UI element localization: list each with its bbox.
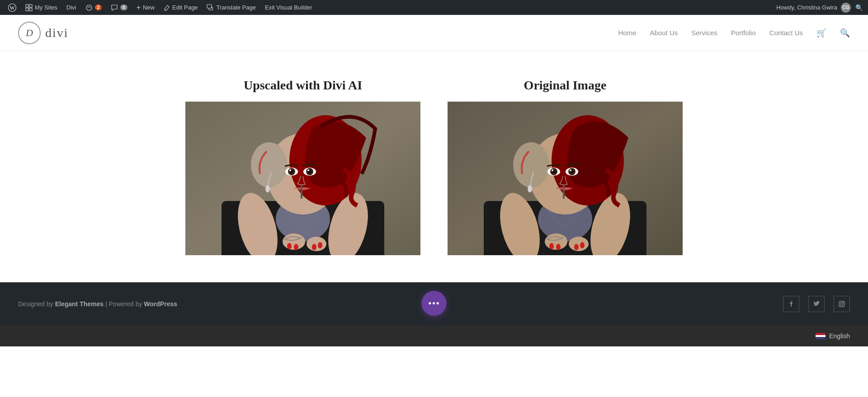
new-item[interactable]: + New: [133, 0, 158, 15]
original-column: Original Image: [448, 78, 683, 255]
updates-item[interactable]: 2: [82, 0, 106, 15]
language-bar: English: [0, 326, 868, 346]
svg-point-65: [843, 302, 844, 303]
upscaled-image-svg: [185, 102, 420, 255]
svg-point-35: [265, 185, 270, 192]
images-section: Upscaled with Divi AI: [45, 78, 823, 255]
svg-text:W: W: [10, 5, 15, 10]
svg-point-56: [552, 169, 553, 171]
upscaled-column: Upscaled with Divi AI: [185, 78, 420, 255]
instagram-icon[interactable]: [834, 296, 850, 312]
logo-letter: D: [26, 27, 33, 39]
svg-rect-2: [26, 5, 28, 7]
search-icon[interactable]: 🔍: [840, 28, 850, 38]
nav-contact[interactable]: Contact Us: [769, 29, 803, 37]
cart-icon[interactable]: 🛒: [816, 28, 826, 38]
svg-point-29: [289, 169, 291, 171]
nav-about[interactable]: About Us: [650, 29, 678, 37]
original-title: Original Image: [524, 78, 607, 93]
svg-point-47: [574, 244, 579, 250]
updates-badge: 2: [95, 5, 102, 10]
svg-point-48: [580, 242, 585, 248]
translate-page-label: Translate Page: [216, 4, 256, 11]
nav-services[interactable]: Services: [691, 29, 717, 37]
exit-builder-item[interactable]: Exit Visual Builder: [261, 0, 316, 15]
elegant-themes[interactable]: Elegant Themes: [55, 300, 104, 308]
translate-icon: [207, 4, 214, 11]
nav-home[interactable]: Home: [618, 29, 637, 37]
upscaled-title: Upscaled with Divi AI: [244, 78, 362, 93]
edit-icon: [164, 5, 170, 11]
edit-page-label: Edit Page: [172, 4, 198, 11]
comments-item[interactable]: 0: [107, 0, 131, 15]
wordpress-icon: W: [8, 4, 16, 12]
sites-icon: [25, 4, 33, 11]
svg-rect-61: [563, 185, 565, 199]
original-image: [448, 102, 683, 255]
svg-point-19: [294, 244, 298, 250]
svg-point-64: [840, 303, 843, 305]
svg-point-6: [86, 5, 92, 10]
us-flag-icon: [816, 333, 826, 339]
designed-by: Designed by: [18, 300, 53, 308]
updates-icon: [85, 4, 93, 11]
svg-point-20: [312, 244, 316, 250]
wordpress-link[interactable]: WordPress: [144, 300, 177, 308]
facebook-icon[interactable]: [783, 296, 799, 312]
svg-rect-3: [29, 5, 32, 7]
site-header: D divi Home About Us Services Portfolio …: [0, 15, 868, 51]
language-label: English: [829, 332, 850, 340]
footer-social: [783, 296, 850, 312]
admin-bar-left: W My Sites Divi 2 0: [5, 0, 776, 15]
svg-point-21: [318, 242, 322, 248]
svg-point-45: [549, 243, 554, 249]
nav-portfolio[interactable]: Portfolio: [731, 29, 756, 37]
admin-bar: W My Sites Divi 2 0: [0, 0, 868, 15]
svg-rect-4: [26, 8, 28, 11]
upscaled-image: [185, 102, 420, 255]
avatar[interactable]: CG: [841, 3, 851, 13]
divi-item[interactable]: Divi: [63, 0, 80, 15]
admin-bar-right: Howdy, Christina Gwira CG 🔍: [776, 3, 863, 13]
wordpress-menu-item[interactable]: W: [5, 0, 20, 15]
svg-point-18: [287, 243, 292, 249]
svg-rect-34: [301, 185, 302, 199]
svg-point-33: [307, 169, 309, 171]
twitter-icon[interactable]: [808, 296, 825, 312]
fab-label: •••: [428, 298, 440, 309]
original-image-svg: [448, 102, 683, 255]
svg-rect-5: [29, 8, 32, 11]
new-icon: +: [137, 4, 141, 12]
comments-icon: [111, 4, 118, 11]
translate-page-item[interactable]: Translate Page: [203, 0, 259, 15]
admin-search-icon[interactable]: 🔍: [854, 3, 863, 12]
svg-point-44: [569, 237, 589, 251]
main-content: Upscaled with Divi AI: [0, 51, 868, 282]
site-logo[interactable]: D divi: [18, 22, 69, 44]
svg-point-46: [556, 244, 561, 250]
divi-label: Divi: [66, 4, 76, 11]
fab-button[interactable]: •••: [422, 291, 447, 316]
my-sites-item[interactable]: My Sites: [22, 0, 61, 15]
svg-rect-8: [207, 5, 212, 8]
svg-point-16: [283, 234, 305, 250]
svg-point-17: [307, 237, 326, 251]
site-nav: Home About Us Services Portfolio Contact…: [618, 28, 850, 38]
my-sites-label: My Sites: [35, 4, 57, 11]
logo-circle: D: [18, 22, 41, 44]
footer-text: Designed by Elegant Themes | Powered by …: [18, 300, 177, 308]
svg-point-43: [545, 234, 567, 250]
svg-point-60: [570, 169, 571, 171]
comments-badge: 0: [120, 5, 127, 10]
exit-builder-label: Exit Visual Builder: [265, 4, 312, 11]
howdy-text: Howdy, Christina Gwira: [776, 4, 837, 11]
new-label: New: [143, 4, 155, 11]
svg-point-62: [528, 185, 532, 192]
edit-page-item[interactable]: Edit Page: [160, 0, 201, 15]
language-selector[interactable]: English: [816, 332, 850, 340]
logo-text: divi: [45, 26, 69, 40]
powered-by: | Powered by: [105, 300, 142, 308]
